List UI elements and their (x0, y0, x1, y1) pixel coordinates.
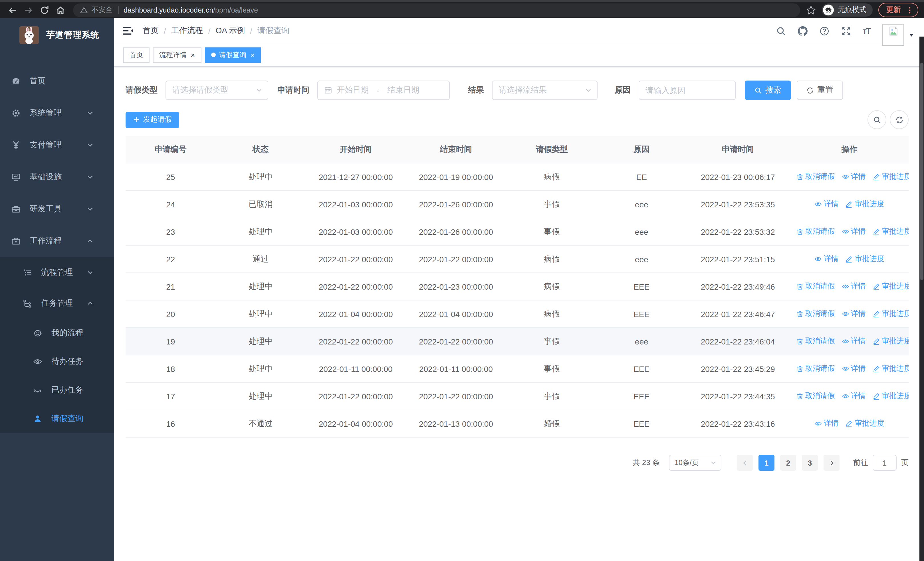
action-progress[interactable]: 审批进度 (846, 254, 884, 264)
action-cancel[interactable]: 取消请假 (796, 281, 835, 292)
tab-1[interactable]: 流程详情× (153, 47, 201, 63)
reload-button[interactable] (38, 3, 51, 17)
cell-actions: 详情审批进度 (790, 191, 909, 218)
table-tools (867, 110, 909, 129)
page-content: 请假类型 请选择请假类型 申请时间 开始日期 - 结束日期 结果 请选择流结果 (114, 67, 924, 561)
sidebar-item-6[interactable]: 流程管理 (0, 257, 114, 288)
action-detail[interactable]: 详情 (842, 309, 866, 319)
cell-type: 事假 (506, 382, 598, 410)
action-detail[interactable]: 详情 (842, 364, 866, 374)
cell-start: 2022-01-03 00:00:00 (306, 191, 406, 218)
search-button[interactable]: 搜索 (745, 81, 791, 100)
update-button[interactable]: 更新 (878, 3, 918, 17)
action-progress[interactable]: 审批进度 (873, 227, 909, 237)
reason-input[interactable] (639, 81, 735, 99)
address-bar[interactable]: 不安全 dashboard.yudao.iocoder.cn /bpm/oa/l… (73, 3, 800, 17)
action-detail[interactable]: 详情 (842, 227, 866, 237)
action-progress[interactable]: 审批进度 (873, 336, 909, 346)
sidebar-item-1[interactable]: 系统管理 (0, 97, 114, 129)
action-cancel[interactable]: 取消请假 (796, 227, 835, 237)
sidebar-item-5[interactable]: 工作流程 (0, 225, 114, 257)
my-process-icon (33, 328, 42, 338)
action-cancel[interactable]: 取消请假 (796, 391, 835, 401)
back-button[interactable] (6, 3, 20, 17)
next-page-button[interactable] (824, 455, 840, 471)
table-row: 23处理中2022-01-03 00:00:002022-01-26 00:00… (126, 218, 909, 245)
sidebar-item-2[interactable]: 支付管理 (0, 129, 114, 161)
action-detail[interactable]: 详情 (842, 281, 866, 292)
sidebar-item-11[interactable]: 请假查询 (0, 405, 114, 433)
goto-page-input[interactable] (873, 455, 897, 471)
action-cancel[interactable]: 取消请假 (796, 171, 835, 182)
action-cancel[interactable]: 取消请假 (796, 309, 835, 319)
font-size-icon[interactable]: ᴛT (862, 26, 870, 35)
sidebar-item-3[interactable]: 基础设施 (0, 161, 114, 193)
action-progress[interactable]: 审批进度 (873, 391, 909, 401)
action-progress[interactable]: 审批进度 (846, 199, 884, 209)
scrollbar-thumb[interactable] (920, 63, 923, 280)
action-cancel[interactable]: 取消请假 (796, 364, 835, 374)
sidebar-item-10[interactable]: 已办任务 (0, 376, 114, 405)
refresh-table-button[interactable] (890, 110, 909, 129)
sidebar-item-8[interactable]: 我的流程 (0, 319, 114, 347)
close-icon[interactable]: × (250, 51, 255, 59)
action-detail[interactable]: 详情 (842, 171, 866, 182)
action-progress[interactable]: 审批进度 (873, 171, 909, 182)
show-search-button[interactable] (867, 110, 886, 129)
pen-icon (873, 283, 880, 290)
sidebar-collapse-icon[interactable] (122, 26, 134, 36)
user-menu[interactable] (882, 24, 914, 46)
search-icon (754, 87, 762, 94)
sidebar-item-4[interactable]: 研发工具 (0, 193, 114, 225)
action-progress[interactable]: 审批进度 (873, 364, 909, 374)
github-icon[interactable] (798, 26, 807, 36)
pen-icon (873, 310, 880, 317)
apply-time-range-picker[interactable]: 开始日期 - 结束日期 (317, 81, 450, 100)
home-button[interactable] (54, 3, 68, 17)
sidebar-item-9[interactable]: 待办任务 (0, 347, 114, 376)
page-scrollbar[interactable] (920, 36, 924, 561)
cell-start: 2022-01-04 00:00:00 (306, 300, 406, 328)
not-secure-icon (80, 6, 88, 14)
cell-status: 处理中 (216, 355, 306, 382)
page-size-select[interactable]: 10条/页 (669, 455, 722, 471)
action-detail[interactable]: 详情 (815, 199, 838, 209)
divider (118, 6, 118, 14)
reset-button[interactable]: 重置 (797, 81, 843, 100)
cell-status: 通过 (216, 245, 306, 273)
sidebar-item-7[interactable]: 任务管理 (0, 288, 114, 319)
bookmark-star-icon[interactable] (806, 5, 816, 15)
action-detail[interactable]: 详情 (842, 336, 866, 346)
help-icon[interactable] (819, 26, 829, 36)
result-select[interactable]: 请选择流结果 (492, 81, 597, 100)
action-detail[interactable]: 详情 (842, 391, 866, 401)
page-button-1[interactable]: 1 (759, 455, 774, 471)
infrastructure-icon (11, 173, 21, 182)
forward-button[interactable] (22, 3, 35, 17)
tab-0[interactable]: 首页 (123, 47, 150, 63)
page-button-3[interactable]: 3 (802, 455, 818, 471)
action-detail[interactable]: 详情 (815, 254, 838, 264)
action-progress[interactable]: 审批进度 (846, 418, 884, 429)
create-leave-button[interactable]: 发起请假 (126, 112, 179, 128)
cell-type: 病假 (506, 300, 598, 328)
chevron-down-icon (87, 142, 94, 149)
action-cancel[interactable]: 取消请假 (796, 336, 835, 346)
action-progress[interactable]: 审批进度 (873, 281, 909, 292)
action-detail[interactable]: 详情 (815, 418, 838, 429)
menu-kebab-icon[interactable] (906, 6, 914, 14)
close-icon[interactable]: × (190, 51, 195, 59)
prev-page-button[interactable] (737, 455, 753, 471)
fullscreen-icon[interactable] (841, 26, 850, 36)
tab-2[interactable]: 请假查询× (205, 47, 261, 63)
cell-id: 17 (126, 382, 216, 410)
search-icon[interactable] (776, 26, 786, 36)
breadcrumb-oa[interactable]: OA 示例 (216, 26, 245, 36)
page-button-2[interactable]: 2 (780, 455, 796, 471)
breadcrumb-workflow[interactable]: 工作流程 (171, 26, 203, 36)
cell-reason: EEE (598, 300, 686, 328)
leave-type-select[interactable]: 请选择请假类型 (165, 81, 268, 100)
breadcrumb-home[interactable]: 首页 (142, 26, 159, 36)
action-progress[interactable]: 审批进度 (873, 309, 909, 319)
sidebar-item-0[interactable]: 首页 (0, 65, 114, 97)
